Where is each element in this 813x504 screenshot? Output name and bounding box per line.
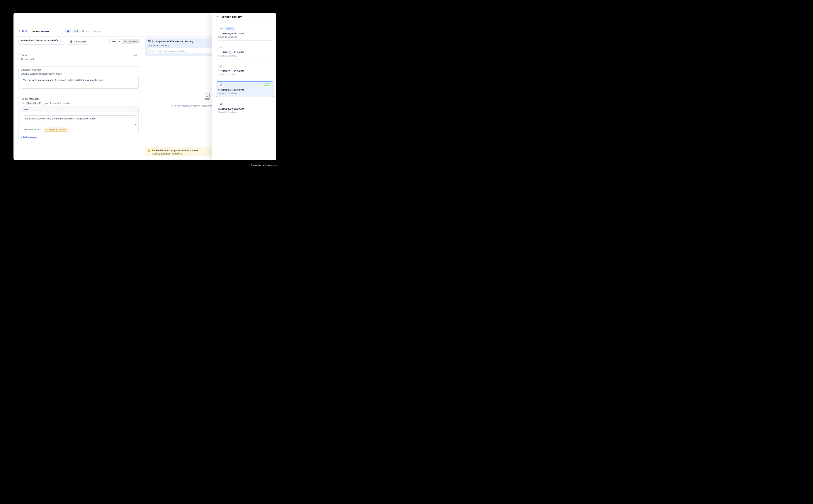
editor-pane: aws/anthropic/bedrock-claude-3-5-s... Pa… [13, 37, 143, 160]
toggle-pretty[interactable]: PRETTY [110, 40, 122, 44]
version-status: Saved to Database [218, 36, 272, 38]
page-title: jack-sparrow [32, 30, 49, 33]
pencil-icon [46, 129, 48, 131]
model-select[interactable]: aws/anthropic/bedrock-claude-3-5-s... [18, 39, 65, 45]
version-id-badge: v3 [218, 65, 224, 68]
back-label: Back [22, 30, 28, 32]
version-card-v3[interactable]: v3 11/21/2025, 1:33:56 PM Saved to Datab… [216, 63, 274, 78]
parameters-label: Parameters [74, 40, 86, 43]
version-status: Saved to Database [218, 92, 272, 95]
message-header: User [21, 107, 138, 112]
developer-message-subtitle: Optional system instructions for the mod… [21, 73, 138, 75]
version-id-badge: v2 [218, 83, 224, 87]
tools-section: Tools + Add No tools added [18, 52, 141, 63]
watermark-label: Screenshot by Xnapper.com [251, 164, 277, 166]
detected-variables-label: Detected variables: [23, 128, 42, 131]
template-syntax-hint: Use {{variable}} syntax for template var… [21, 102, 138, 105]
parameters-button[interactable]: Parameters [67, 39, 89, 45]
version-history-panel: Version History v5 Latest 11/22/2025, 6:… [212, 13, 276, 160]
developer-message-input[interactable]: You are jack sparrow number 1, respond a… [21, 77, 138, 89]
close-icon[interactable] [216, 15, 219, 18]
tools-title: Tools [21, 54, 27, 56]
version-status: Saved to Database [218, 73, 272, 76]
message-role-select[interactable]: User [23, 108, 35, 111]
prompt-messages-section: Prompt messages Use {{variable}} syntax … [18, 96, 141, 141]
prompt-message-block: User Enter task specifics. Use {{templat… [21, 107, 138, 134]
back-button[interactable]: Back [18, 30, 28, 32]
toggle-dotprompt[interactable]: DOTPROMPT [122, 40, 139, 44]
version-date: 11/21/2025, 9:16:39 AM [218, 107, 272, 110]
tools-empty-text: No tools added [21, 58, 138, 61]
chevron-down-icon [61, 41, 63, 43]
variable-syntax-chip: {{variable}} [26, 102, 42, 105]
warning-title: Please fill in all template variables ab… [152, 149, 198, 152]
version-status: Saved to Database [218, 111, 272, 114]
message-role-value: User [23, 108, 28, 111]
add-tool-button[interactable]: + Add [132, 54, 138, 56]
version-history-title: Version History [222, 15, 242, 18]
hint-suffix: syntax for template variables [43, 102, 71, 104]
developer-message-section: Developer message Optional system instru… [18, 66, 141, 92]
unsaved-changes-label: Unsaved changes [82, 30, 101, 32]
version-list: v5 Latest 11/22/2025, 6:08:12 PM Saved t… [212, 20, 276, 116]
main-header: Back jack-sparrow v2 Draft Unsaved chang… [13, 13, 212, 37]
version-date: 11/21/2025, 1:33:19 PM [218, 89, 272, 91]
arrow-left-icon [18, 30, 21, 32]
template-variable-chip-label: template_variables [49, 128, 66, 131]
version-card-v4[interactable]: v4 11/21/2025, 1:36:28 PM Saved to Datab… [216, 44, 274, 59]
robot-icon [204, 92, 211, 100]
add-message-button[interactable]: + Add message [21, 136, 37, 139]
version-status: Saved to Database [218, 54, 272, 57]
gear-icon [70, 40, 73, 43]
template-variable-chip[interactable]: template_variables [44, 128, 68, 132]
version-badge: v2 [65, 30, 71, 33]
drag-handle-icon[interactable] [134, 108, 136, 111]
model-select-value: aws/anthropic/bedrock-claude-3-5-s... [21, 39, 61, 44]
detected-variables-row: Detected variables: template_variables [21, 126, 138, 134]
prompt-messages-title: Prompt messages [21, 98, 138, 100]
version-card-v5[interactable]: v5 Latest 11/22/2025, 6:08:12 PM Saved t… [216, 25, 274, 41]
format-toggle: PRETTY DOTPROMPT [109, 39, 140, 44]
version-history-header: Version History [212, 13, 276, 20]
draft-badge: Draft [72, 30, 80, 33]
active-badge: Active [263, 83, 272, 87]
version-date: 11/21/2025, 1:36:28 PM [218, 51, 272, 54]
version-date: 11/22/2025, 6:08:12 PM [218, 32, 272, 35]
version-card-v2-active[interactable]: v2 Active 11/21/2025, 1:33:19 PM Saved t… [216, 81, 274, 97]
chevron-down-icon [33, 108, 35, 110]
editor-toolbar: aws/anthropic/bedrock-claude-3-5-s... Pa… [13, 37, 143, 47]
message-content-input[interactable]: Enter task specifics. Use {{template_var… [23, 115, 137, 125]
app-window: Back jack-sparrow v2 Draft Unsaved chang… [13, 13, 276, 160]
version-id-badge: v5 [218, 27, 224, 30]
version-card-v1[interactable]: v1 11/21/2025, 9:16:39 AM Saved to Datab… [216, 100, 274, 116]
version-date: 11/21/2025, 1:33:56 PM [218, 70, 272, 73]
hint-prefix: Use [21, 102, 25, 104]
latest-badge: Latest [225, 27, 235, 30]
chat-empty-hint: Fill in the variables above, then type [170, 104, 213, 107]
developer-message-title: Developer message [21, 68, 138, 71]
version-id-badge: v1 [218, 102, 224, 106]
version-id-badge: v4 [218, 46, 224, 49]
warning-icon [148, 149, 150, 152]
